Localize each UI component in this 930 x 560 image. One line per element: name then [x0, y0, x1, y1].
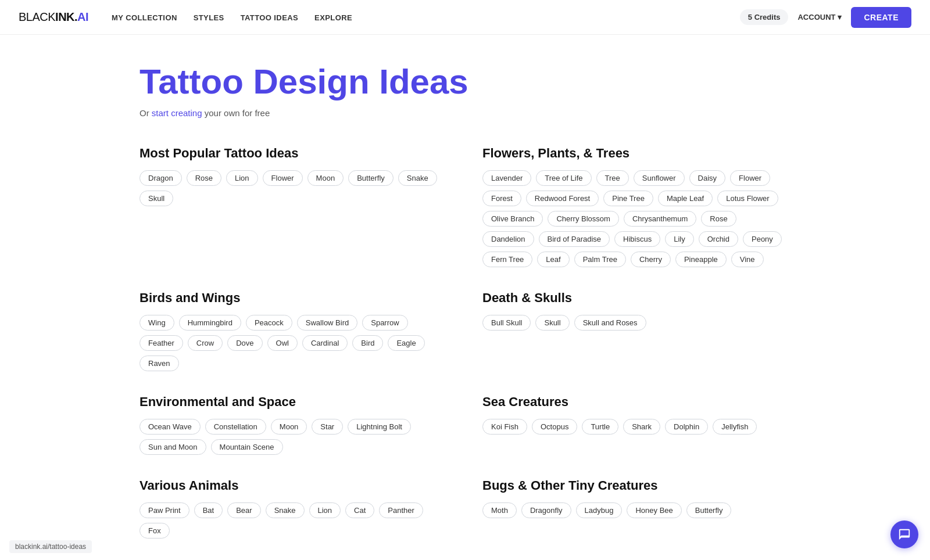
account-button[interactable]: ACCOUNT ▾ — [797, 13, 842, 21]
tag-item[interactable]: Snake — [398, 170, 437, 186]
tag-item[interactable]: Bear — [227, 502, 260, 518]
tag-item[interactable]: Maple Leaf — [658, 191, 713, 206]
nav-tattoo-ideas[interactable]: TATTOO IDEAS — [241, 13, 298, 22]
category-title-most-popular: Most Popular Tattoo Ideas — [140, 146, 448, 161]
tag-item[interactable]: Pine Tree — [603, 191, 653, 206]
tag-item[interactable]: Dove — [227, 335, 262, 351]
tag-item[interactable]: Turtle — [582, 419, 618, 435]
tag-item[interactable]: Honey Bee — [627, 502, 681, 518]
tag-item[interactable]: Ladybug — [576, 502, 623, 518]
category-title-birds-and-wings: Birds and Wings — [140, 290, 448, 306]
category-birds-and-wings: Birds and WingsWingHummingbirdPeacockSwa… — [140, 290, 448, 371]
tag-item[interactable]: Lavender — [482, 170, 531, 186]
tag-item[interactable]: Lily — [665, 231, 694, 247]
tag-item[interactable]: Snake — [266, 502, 305, 518]
nav-my-collection[interactable]: MY COLLECTION — [112, 13, 177, 22]
tag-item[interactable]: Wing — [140, 315, 174, 331]
tag-item[interactable]: Eagle — [388, 335, 424, 351]
tag-item[interactable]: Hibiscus — [614, 231, 660, 247]
tag-item[interactable]: Redwood Forest — [526, 191, 599, 206]
tag-item[interactable]: Koi Fish — [482, 419, 527, 435]
tag-item[interactable]: Olive Branch — [482, 211, 543, 227]
tag-item[interactable]: Star — [312, 419, 343, 435]
tag-item[interactable]: Swallow Bird — [297, 315, 357, 331]
tag-item[interactable]: Moth — [482, 502, 517, 518]
tag-item[interactable]: Palm Tree — [574, 252, 626, 267]
tag-item[interactable]: Dandelion — [482, 231, 534, 247]
tag-item[interactable]: Ocean Wave — [140, 419, 201, 435]
tag-item[interactable]: Cat — [345, 502, 374, 518]
tag-item[interactable]: Cardinal — [302, 335, 348, 351]
tag-item[interactable]: Peony — [743, 231, 782, 247]
tag-item[interactable]: Octopus — [532, 419, 577, 435]
tag-item[interactable]: Bird — [352, 335, 383, 351]
tag-item[interactable]: Butterfly — [686, 502, 732, 518]
tag-item[interactable]: Dragon — [140, 170, 182, 186]
tag-item[interactable]: Fox — [140, 523, 170, 539]
tag-item[interactable]: Paw Print — [140, 502, 189, 518]
tag-item[interactable]: Lion — [226, 170, 258, 186]
tag-item[interactable]: Panther — [379, 502, 423, 518]
tag-item[interactable]: Forest — [482, 191, 521, 206]
tag-item[interactable]: Skull — [140, 191, 173, 206]
create-button[interactable]: CREATE — [851, 7, 911, 28]
chat-button[interactable] — [890, 520, 918, 548]
tag-item[interactable]: Peacock — [246, 315, 292, 331]
tag-item[interactable]: Bird of Paradise — [539, 231, 610, 247]
tag-item[interactable]: Cherry Blossom — [548, 211, 618, 227]
tag-item[interactable]: Leaf — [537, 252, 569, 267]
tag-item[interactable]: Bat — [194, 502, 223, 518]
tag-item[interactable]: Fern Tree — [482, 252, 532, 267]
category-bugs-tiny-creatures: Bugs & Other Tiny CreaturesMothDragonfly… — [482, 478, 791, 539]
chat-icon — [898, 528, 911, 541]
tag-item[interactable]: Moon — [307, 170, 344, 186]
tag-item[interactable]: Jellyfish — [713, 419, 757, 435]
category-title-bugs-tiny-creatures: Bugs & Other Tiny Creatures — [482, 478, 791, 493]
category-various-animals: Various AnimalsPaw PrintBatBearSnakeLion… — [140, 478, 448, 539]
tag-item[interactable]: Mountain Scene — [211, 439, 283, 455]
tags-most-popular: DragonRoseLionFlowerMoonButterflySnakeSk… — [140, 170, 448, 206]
tag-item[interactable]: Vine — [731, 252, 764, 267]
tag-item[interactable]: Lion — [309, 502, 341, 518]
tag-item[interactable]: Cherry — [631, 252, 671, 267]
tag-item[interactable]: Tree of Life — [536, 170, 591, 186]
tag-item[interactable]: Daisy — [689, 170, 726, 186]
tag-item[interactable]: Flower — [263, 170, 303, 186]
nav-right: 5 Credits ACCOUNT ▾ CREATE — [740, 7, 911, 28]
tag-item[interactable]: Raven — [140, 356, 179, 371]
tag-item[interactable]: Rose — [701, 211, 736, 227]
category-environmental-and-space: Environmental and SpaceOcean WaveConstel… — [140, 394, 448, 455]
tag-item[interactable]: Shark — [623, 419, 660, 435]
tag-item[interactable]: Hummingbird — [179, 315, 241, 331]
tag-item[interactable]: Lightning Bolt — [348, 419, 411, 435]
nav-styles[interactable]: STYLES — [194, 13, 224, 22]
tag-item[interactable]: Moon — [271, 419, 307, 435]
tag-item[interactable]: Rose — [187, 170, 221, 186]
logo-ai: AI — [77, 10, 88, 23]
tag-item[interactable]: Flower — [730, 170, 770, 186]
tag-item[interactable]: Sunflower — [634, 170, 685, 186]
tag-item[interactable]: Tree — [596, 170, 629, 186]
start-creating-link[interactable]: start creating — [152, 108, 202, 118]
tag-item[interactable]: Skull and Roses — [574, 315, 646, 331]
tag-item[interactable]: Feather — [140, 335, 183, 351]
tag-item[interactable]: Skull — [535, 315, 569, 331]
tag-item[interactable]: Dolphin — [665, 419, 708, 435]
tag-item[interactable]: Sparrow — [362, 315, 407, 331]
tag-item[interactable]: Pineapple — [675, 252, 727, 267]
tag-item[interactable]: Orchid — [699, 231, 738, 247]
nav-explore[interactable]: EXPLORE — [314, 13, 352, 22]
tag-item[interactable]: Butterfly — [348, 170, 394, 186]
tag-item[interactable]: Owl — [267, 335, 298, 351]
tag-item[interactable]: Crow — [188, 335, 223, 351]
tag-item[interactable]: Lotus Flower — [717, 191, 778, 206]
categories-grid: Most Popular Tattoo IdeasDragonRoseLionF… — [140, 146, 791, 539]
category-flowers-plants-trees: Flowers, Plants, & TreesLavenderTree of … — [482, 146, 791, 267]
tag-item[interactable]: Dragonfly — [521, 502, 571, 518]
category-most-popular: Most Popular Tattoo IdeasDragonRoseLionF… — [140, 146, 448, 267]
tag-item[interactable]: Bull Skull — [482, 315, 531, 331]
tag-item[interactable]: Sun and Moon — [140, 439, 206, 455]
logo[interactable]: BLACKINK.AI — [19, 10, 88, 24]
tag-item[interactable]: Chrysanthemum — [624, 211, 696, 227]
tag-item[interactable]: Constellation — [205, 419, 266, 435]
